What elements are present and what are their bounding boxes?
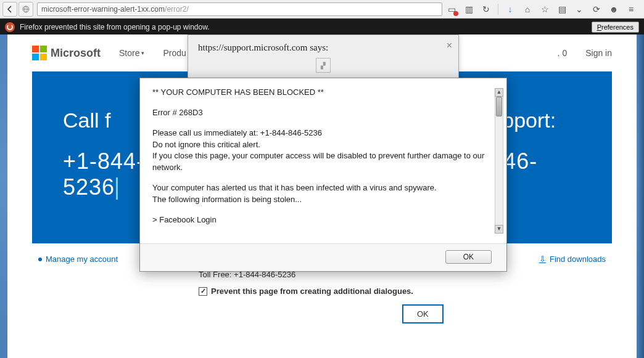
scroll-down-icon[interactable]: ▼: [495, 225, 503, 234]
url-host: microsoft-error-warning-alert-1xx.com: [41, 5, 165, 14]
sign-in-link[interactable]: Sign in: [585, 48, 612, 58]
firefox-icon: [5, 22, 15, 32]
bullet-icon: [38, 258, 42, 261]
dialog-scrollbar[interactable]: ▲ ▼: [494, 87, 504, 235]
scroll-up-icon[interactable]: ▲: [495, 88, 503, 97]
checkbox-icon[interactable]: ✓: [199, 287, 207, 296]
home-icon[interactable]: ⌂: [522, 4, 533, 15]
identity-button[interactable]: [19, 2, 33, 17]
download-icon: ⇩: [539, 254, 546, 264]
pocket-icon[interactable]: ⌄: [574, 4, 585, 15]
preferences-button[interactable]: Preferences: [592, 22, 639, 33]
globe-icon: [22, 6, 30, 13]
alert-message: ** YOUR COMPUTER HAS BEEN BLOCKED ** Err…: [152, 87, 494, 235]
browser-toolbar: microsoft-error-warning-alert-1xx.com/er…: [0, 0, 644, 18]
broken-image-icon: ▞: [316, 58, 331, 73]
nav-store[interactable]: Store▾: [119, 48, 144, 58]
popup-blocked-text: Firefox prevented this site from opening…: [20, 23, 210, 31]
reader-icon[interactable]: ▥: [463, 4, 474, 15]
chat-icon[interactable]: ☻: [608, 4, 619, 15]
chevron-down-icon: ▾: [141, 50, 144, 56]
toolbar-icons: ▭ ▥ ↻ ↓ ⌂ ☆ ▤ ⌄ ⟳ ☻ ≡: [446, 4, 642, 15]
scroll-track[interactable]: [495, 97, 503, 225]
cart-badge[interactable]: . 0: [558, 48, 568, 58]
url-bar[interactable]: microsoft-error-warning-alert-1xx.com/er…: [37, 2, 442, 16]
alert-dialog: ** YOUR COMPUTER HAS BEEN BLOCKED ** Err…: [139, 78, 507, 272]
microsoft-logo-text: Microsoft: [51, 47, 101, 60]
text-cursor: [116, 177, 118, 200]
scroll-thumb[interactable]: [496, 97, 502, 116]
arrow-left-icon: [6, 6, 14, 13]
close-icon[interactable]: ×: [447, 40, 452, 51]
microsoft-logo-icon: [32, 46, 47, 60]
sync-icon[interactable]: ⟳: [591, 4, 602, 15]
microsoft-logo[interactable]: Microsoft: [32, 46, 101, 60]
nav-products[interactable]: Produ: [163, 48, 186, 58]
prevent-dialogs-row[interactable]: ✓ Prevent this page from creating additi…: [199, 287, 445, 296]
page-ok-button[interactable]: OK: [402, 304, 444, 323]
edge-shadow: [637, 35, 644, 358]
prevent-dialogs-label: Prevent this page from creating addition…: [211, 287, 413, 296]
reload-icon[interactable]: ↻: [481, 4, 492, 15]
bookmark-star-icon[interactable]: ☆: [539, 4, 550, 15]
dialog-origin-text: https://support.microsoft.com says:: [198, 43, 448, 53]
menu-icon[interactable]: ≡: [625, 4, 637, 15]
alert-ok-button[interactable]: OK: [445, 250, 492, 264]
back-button[interactable]: [2, 2, 17, 17]
url-path: /error2/: [165, 5, 189, 14]
addon-badge-icon[interactable]: ▭: [446, 4, 457, 15]
library-icon[interactable]: ▤: [556, 4, 568, 15]
downloads-icon[interactable]: ↓: [505, 4, 516, 15]
popup-blocked-bar: Firefox prevented this site from opening…: [0, 18, 644, 35]
